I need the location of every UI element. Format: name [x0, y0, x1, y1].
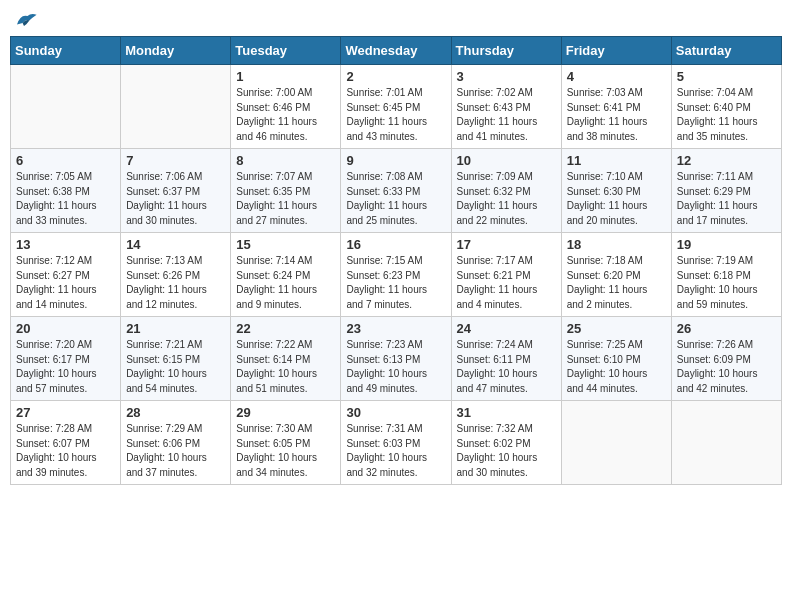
day-info: Sunrise: 7:15 AM Sunset: 6:23 PM Dayligh… — [346, 254, 445, 312]
day-info: Sunrise: 7:03 AM Sunset: 6:41 PM Dayligh… — [567, 86, 666, 144]
day-info: Sunrise: 7:18 AM Sunset: 6:20 PM Dayligh… — [567, 254, 666, 312]
day-info: Sunrise: 7:21 AM Sunset: 6:15 PM Dayligh… — [126, 338, 225, 396]
day-number: 29 — [236, 405, 335, 420]
week-row-4: 20Sunrise: 7:20 AM Sunset: 6:17 PM Dayli… — [11, 317, 782, 401]
day-info: Sunrise: 7:19 AM Sunset: 6:18 PM Dayligh… — [677, 254, 776, 312]
calendar-cell: 31Sunrise: 7:32 AM Sunset: 6:02 PM Dayli… — [451, 401, 561, 485]
day-number: 14 — [126, 237, 225, 252]
day-info: Sunrise: 7:09 AM Sunset: 6:32 PM Dayligh… — [457, 170, 556, 228]
day-info: Sunrise: 7:29 AM Sunset: 6:06 PM Dayligh… — [126, 422, 225, 480]
day-info: Sunrise: 7:07 AM Sunset: 6:35 PM Dayligh… — [236, 170, 335, 228]
day-number: 15 — [236, 237, 335, 252]
calendar-cell: 23Sunrise: 7:23 AM Sunset: 6:13 PM Dayli… — [341, 317, 451, 401]
calendar-cell: 9Sunrise: 7:08 AM Sunset: 6:33 PM Daylig… — [341, 149, 451, 233]
day-info: Sunrise: 7:28 AM Sunset: 6:07 PM Dayligh… — [16, 422, 115, 480]
day-number: 19 — [677, 237, 776, 252]
calendar-cell: 15Sunrise: 7:14 AM Sunset: 6:24 PM Dayli… — [231, 233, 341, 317]
day-number: 28 — [126, 405, 225, 420]
day-info: Sunrise: 7:04 AM Sunset: 6:40 PM Dayligh… — [677, 86, 776, 144]
calendar-cell: 11Sunrise: 7:10 AM Sunset: 6:30 PM Dayli… — [561, 149, 671, 233]
calendar-cell: 8Sunrise: 7:07 AM Sunset: 6:35 PM Daylig… — [231, 149, 341, 233]
calendar-table: SundayMondayTuesdayWednesdayThursdayFrid… — [10, 36, 782, 485]
day-number: 18 — [567, 237, 666, 252]
day-number: 1 — [236, 69, 335, 84]
weekday-header-saturday: Saturday — [671, 37, 781, 65]
day-info: Sunrise: 7:23 AM Sunset: 6:13 PM Dayligh… — [346, 338, 445, 396]
day-info: Sunrise: 7:24 AM Sunset: 6:11 PM Dayligh… — [457, 338, 556, 396]
day-number: 11 — [567, 153, 666, 168]
weekday-header-wednesday: Wednesday — [341, 37, 451, 65]
page-header — [10, 10, 782, 32]
day-number: 21 — [126, 321, 225, 336]
day-number: 22 — [236, 321, 335, 336]
weekday-header-sunday: Sunday — [11, 37, 121, 65]
calendar-cell: 2Sunrise: 7:01 AM Sunset: 6:45 PM Daylig… — [341, 65, 451, 149]
calendar-cell — [121, 65, 231, 149]
weekday-header-tuesday: Tuesday — [231, 37, 341, 65]
day-info: Sunrise: 7:06 AM Sunset: 6:37 PM Dayligh… — [126, 170, 225, 228]
day-number: 7 — [126, 153, 225, 168]
calendar-cell: 29Sunrise: 7:30 AM Sunset: 6:05 PM Dayli… — [231, 401, 341, 485]
week-row-1: 1Sunrise: 7:00 AM Sunset: 6:46 PM Daylig… — [11, 65, 782, 149]
calendar-cell: 16Sunrise: 7:15 AM Sunset: 6:23 PM Dayli… — [341, 233, 451, 317]
day-info: Sunrise: 7:17 AM Sunset: 6:21 PM Dayligh… — [457, 254, 556, 312]
weekday-header-thursday: Thursday — [451, 37, 561, 65]
calendar-cell: 1Sunrise: 7:00 AM Sunset: 6:46 PM Daylig… — [231, 65, 341, 149]
calendar-cell: 24Sunrise: 7:24 AM Sunset: 6:11 PM Dayli… — [451, 317, 561, 401]
calendar-cell: 5Sunrise: 7:04 AM Sunset: 6:40 PM Daylig… — [671, 65, 781, 149]
calendar-cell: 22Sunrise: 7:22 AM Sunset: 6:14 PM Dayli… — [231, 317, 341, 401]
calendar-cell: 10Sunrise: 7:09 AM Sunset: 6:32 PM Dayli… — [451, 149, 561, 233]
calendar-cell: 28Sunrise: 7:29 AM Sunset: 6:06 PM Dayli… — [121, 401, 231, 485]
calendar-cell: 12Sunrise: 7:11 AM Sunset: 6:29 PM Dayli… — [671, 149, 781, 233]
day-number: 9 — [346, 153, 445, 168]
day-info: Sunrise: 7:22 AM Sunset: 6:14 PM Dayligh… — [236, 338, 335, 396]
weekday-header-monday: Monday — [121, 37, 231, 65]
calendar-cell: 26Sunrise: 7:26 AM Sunset: 6:09 PM Dayli… — [671, 317, 781, 401]
day-number: 12 — [677, 153, 776, 168]
calendar-cell: 4Sunrise: 7:03 AM Sunset: 6:41 PM Daylig… — [561, 65, 671, 149]
day-info: Sunrise: 7:11 AM Sunset: 6:29 PM Dayligh… — [677, 170, 776, 228]
day-number: 4 — [567, 69, 666, 84]
day-number: 27 — [16, 405, 115, 420]
day-info: Sunrise: 7:13 AM Sunset: 6:26 PM Dayligh… — [126, 254, 225, 312]
week-row-3: 13Sunrise: 7:12 AM Sunset: 6:27 PM Dayli… — [11, 233, 782, 317]
day-number: 2 — [346, 69, 445, 84]
week-row-2: 6Sunrise: 7:05 AM Sunset: 6:38 PM Daylig… — [11, 149, 782, 233]
day-info: Sunrise: 7:10 AM Sunset: 6:30 PM Dayligh… — [567, 170, 666, 228]
day-info: Sunrise: 7:02 AM Sunset: 6:43 PM Dayligh… — [457, 86, 556, 144]
calendar-cell: 18Sunrise: 7:18 AM Sunset: 6:20 PM Dayli… — [561, 233, 671, 317]
day-number: 17 — [457, 237, 556, 252]
day-info: Sunrise: 7:20 AM Sunset: 6:17 PM Dayligh… — [16, 338, 115, 396]
day-number: 10 — [457, 153, 556, 168]
calendar-cell — [561, 401, 671, 485]
calendar-cell: 20Sunrise: 7:20 AM Sunset: 6:17 PM Dayli… — [11, 317, 121, 401]
day-number: 23 — [346, 321, 445, 336]
calendar-cell: 17Sunrise: 7:17 AM Sunset: 6:21 PM Dayli… — [451, 233, 561, 317]
weekday-header-row: SundayMondayTuesdayWednesdayThursdayFrid… — [11, 37, 782, 65]
calendar-cell: 19Sunrise: 7:19 AM Sunset: 6:18 PM Dayli… — [671, 233, 781, 317]
calendar-cell: 6Sunrise: 7:05 AM Sunset: 6:38 PM Daylig… — [11, 149, 121, 233]
day-number: 13 — [16, 237, 115, 252]
logo-bird-icon — [10, 10, 38, 32]
day-info: Sunrise: 7:01 AM Sunset: 6:45 PM Dayligh… — [346, 86, 445, 144]
day-info: Sunrise: 7:25 AM Sunset: 6:10 PM Dayligh… — [567, 338, 666, 396]
day-number: 24 — [457, 321, 556, 336]
week-row-5: 27Sunrise: 7:28 AM Sunset: 6:07 PM Dayli… — [11, 401, 782, 485]
calendar-cell: 21Sunrise: 7:21 AM Sunset: 6:15 PM Dayli… — [121, 317, 231, 401]
logo — [10, 10, 42, 32]
day-number: 25 — [567, 321, 666, 336]
day-number: 8 — [236, 153, 335, 168]
day-number: 16 — [346, 237, 445, 252]
calendar-cell — [671, 401, 781, 485]
day-info: Sunrise: 7:32 AM Sunset: 6:02 PM Dayligh… — [457, 422, 556, 480]
calendar-cell: 14Sunrise: 7:13 AM Sunset: 6:26 PM Dayli… — [121, 233, 231, 317]
day-info: Sunrise: 7:00 AM Sunset: 6:46 PM Dayligh… — [236, 86, 335, 144]
day-number: 5 — [677, 69, 776, 84]
day-number: 6 — [16, 153, 115, 168]
day-info: Sunrise: 7:14 AM Sunset: 6:24 PM Dayligh… — [236, 254, 335, 312]
day-number: 26 — [677, 321, 776, 336]
calendar-cell: 30Sunrise: 7:31 AM Sunset: 6:03 PM Dayli… — [341, 401, 451, 485]
day-info: Sunrise: 7:05 AM Sunset: 6:38 PM Dayligh… — [16, 170, 115, 228]
day-info: Sunrise: 7:30 AM Sunset: 6:05 PM Dayligh… — [236, 422, 335, 480]
day-info: Sunrise: 7:12 AM Sunset: 6:27 PM Dayligh… — [16, 254, 115, 312]
